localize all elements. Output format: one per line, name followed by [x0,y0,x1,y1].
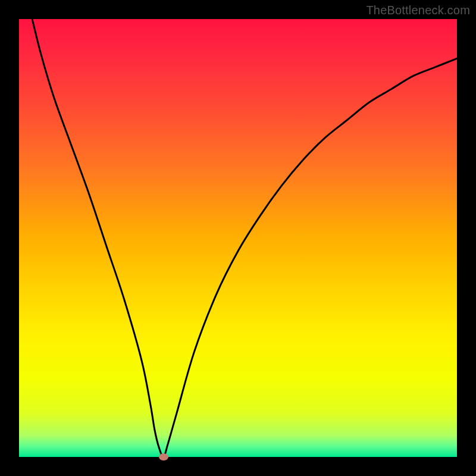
minimum-marker [159,453,168,461]
curve-path [32,19,457,457]
bottleneck-curve [19,19,457,457]
chart-frame [19,19,457,457]
watermark-text: TheBottleneck.com [366,4,470,17]
